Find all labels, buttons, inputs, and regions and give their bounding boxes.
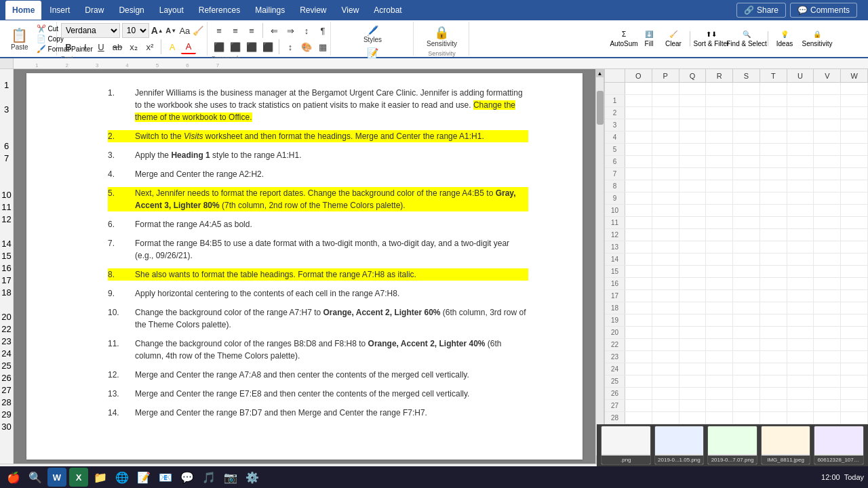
taskbar-search-icon[interactable]: 🔍 [26,468,45,487]
table-row[interactable]: 11 [605,217,868,229]
taskbar-camera-icon[interactable]: 📷 [221,468,240,487]
sort-filter-button[interactable]: ⬆⬇Sort & Filter [695,25,728,52]
line-spacing-button[interactable]: ↕ [283,39,298,54]
taskbar-notes-icon[interactable]: 📝 [134,468,153,487]
strikethrough-button[interactable]: ab [110,39,125,54]
document-area[interactable]: 1. Jennifer Williams is the business man… [14,69,595,464]
bullets-button[interactable]: ≡ [212,23,226,38]
scroll-track[interactable] [596,77,604,455]
tab-insert[interactable]: Insert [43,1,77,20]
tab-view[interactable]: View [335,1,366,20]
shading-button[interactable]: 🎨 [299,39,314,54]
thumbnail-item[interactable]: 2019-0...1.05.png [654,426,705,465]
table-row[interactable]: 17 [605,290,868,302]
taskbar-music-icon[interactable]: 🎵 [199,468,218,487]
align-left-button[interactable]: ⬛ [212,39,226,54]
taskbar-chat-icon[interactable]: 💬 [178,468,197,487]
table-row[interactable]: 5 [605,144,868,156]
table-row[interactable]: 16 [605,278,868,290]
table-row[interactable]: 2 [605,107,868,119]
table-row[interactable]: 12 [605,229,868,241]
numbering-button[interactable]: ≡ [228,23,243,38]
find-select-button[interactable]: 🔍Find & Select [730,25,763,52]
sort-button[interactable]: ↕ [299,23,314,38]
table-row[interactable]: 6 [605,156,868,168]
thumbnail-item[interactable]: IMG_8811.jpeg [761,426,811,465]
underline-button[interactable]: U [94,39,108,54]
align-right-button[interactable]: ⬛ [244,39,259,54]
tab-draw[interactable]: Draw [78,1,111,20]
table-row[interactable]: 9 [605,192,868,205]
grow-font-button[interactable]: A▲ [151,23,163,38]
table-row[interactable]: 7 [605,168,868,180]
scroll-up-button[interactable]: ▲ [596,69,604,77]
table-row[interactable]: 24 [605,363,868,375]
sensitivity-button[interactable]: 🔒 Sensitivity [422,23,461,49]
fill-button[interactable]: ⬇️Fill [639,25,659,52]
table-row[interactable]: 25 [605,375,868,388]
autosum-button[interactable]: ΣAutoSum [612,25,636,52]
comments-button[interactable]: 💬 Comments [790,3,857,18]
multilevel-list-button[interactable]: ≡ [244,23,259,38]
taskbar-excel-icon[interactable]: X [69,468,88,487]
subscript-button[interactable]: x₂ [126,39,141,54]
taskbar-mail-icon[interactable]: 📧 [156,468,175,487]
table-row[interactable]: 14 [605,253,868,266]
borders-button[interactable]: ▦ [315,39,330,54]
align-center-button[interactable]: ⬛ [228,39,243,54]
taskbar-settings-icon[interactable]: ⚙️ [243,468,262,487]
table-row[interactable]: 22 [605,339,868,351]
font-size-selector[interactable]: 10 [122,23,149,38]
text-highlight-button[interactable]: A [165,39,180,54]
vertical-scrollbar[interactable]: ▲ ▼ [595,69,604,464]
tab-acrobat[interactable]: Acrobat [367,1,408,20]
thumbnail-item[interactable]: 60612328_10785 351623...0_n.jpg [814,426,864,465]
superscript-button[interactable]: x² [142,39,157,54]
table-row[interactable]: 19 [605,314,868,327]
table-row[interactable]: 18 [605,302,868,314]
tab-references[interactable]: References [192,1,247,20]
sensitivity2-button[interactable]: 🔒Sensitivity [799,25,835,52]
table-row[interactable]: 15 [605,266,868,278]
share-button[interactable]: 🔗 Share [736,3,786,18]
show-marks-button[interactable]: ¶ [315,23,330,38]
font-color-button[interactable]: A [181,39,196,54]
italic-button[interactable]: I [77,39,92,54]
tab-home[interactable]: Home [5,1,41,20]
table-row[interactable]: 28 [605,412,868,424]
tab-mailings[interactable]: Mailings [248,1,292,20]
styles-button[interactable]: 🖊️ Styles [359,23,386,45]
table-row[interactable] [605,83,868,95]
taskbar-apple-icon[interactable]: 🍎 [4,468,23,487]
tab-review[interactable]: Review [293,1,333,20]
shrink-font-button[interactable]: A▼ [165,23,177,38]
decrease-indent-button[interactable]: ⇐ [267,23,281,38]
table-row[interactable]: 1 [605,95,868,107]
table-row[interactable]: 3 [605,119,868,131]
table-row[interactable]: 4 [605,131,868,144]
font-name-selector[interactable]: Verdana [61,23,120,38]
clear-button[interactable]: 🧹Clear [662,25,685,52]
tab-design[interactable]: Design [112,1,151,20]
table-row[interactable]: 23 [605,351,868,363]
scroll-thumb[interactable] [597,91,604,125]
table-row[interactable]: 13 [605,241,868,253]
taskbar-browser-icon[interactable]: 🌐 [113,468,132,487]
table-row[interactable]: 10 [605,205,868,217]
table-row[interactable]: 27 [605,400,868,412]
thumbnail-item[interactable]: .png [601,426,651,465]
thumbnail-item[interactable]: 2019-0...7.07.png [707,426,757,465]
tab-layout[interactable]: Layout [153,1,191,20]
increase-indent-button[interactable]: ⇒ [283,23,298,38]
ideas-button[interactable]: 💡Ideas [773,25,796,52]
paste-button[interactable]: 📋 Paste [7,24,33,54]
table-row[interactable]: 8 [605,180,868,192]
change-case-button[interactable]: Aa [179,23,191,38]
clear-formatting-button[interactable]: 🧹 [193,23,204,38]
table-row[interactable]: 20 [605,327,868,339]
bold-button[interactable]: B [61,39,76,54]
taskbar-word-icon[interactable]: W [47,468,66,487]
table-row[interactable]: 26 [605,388,868,400]
justify-button[interactable]: ⬛ [260,39,275,54]
taskbar-folder-icon[interactable]: 📁 [91,468,110,487]
